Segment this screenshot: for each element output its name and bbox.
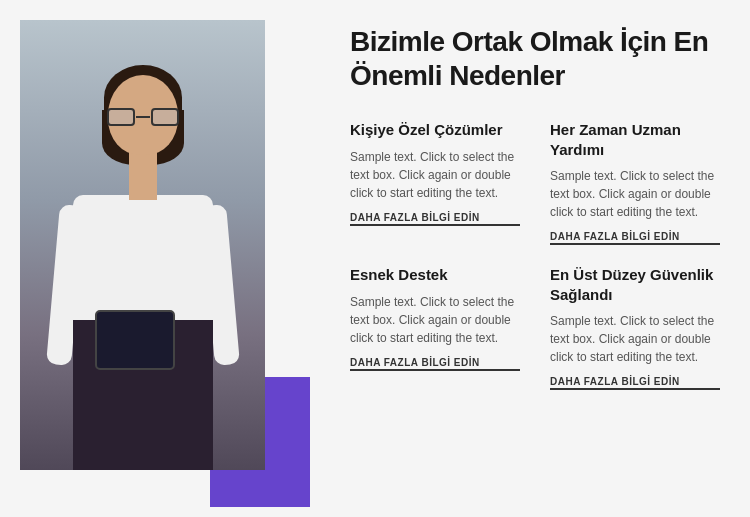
feature-item-3: Esnek Destek Sample text. Click to selec… [350, 265, 520, 390]
read-more-link-1[interactable]: DAHA FAZLA BİLGİ EDİN [350, 212, 520, 226]
page-wrapper: Bizimle Ortak Olmak İçin En Önemli Neden… [0, 0, 750, 517]
feature-text-3: Sample text. Click to select the text bo… [350, 293, 520, 347]
feature-text-4: Sample text. Click to select the text bo… [550, 312, 720, 366]
feature-title-2: Her Zaman Uzman Yardımı [550, 120, 720, 159]
read-more-link-2[interactable]: DAHA FAZLA BİLGİ EDİN [550, 231, 720, 245]
feature-text-2: Sample text. Click to select the text bo… [550, 167, 720, 221]
feature-title-4: En Üst Düzey Güvenlik Sağlandı [550, 265, 720, 304]
glasses [107, 108, 179, 126]
left-section [0, 0, 320, 517]
person-photo [20, 20, 265, 470]
glasses-left-lens [107, 108, 135, 126]
read-more-link-4[interactable]: DAHA FAZLA BİLGİ EDİN [550, 376, 720, 390]
feature-title-1: Kişiye Özel Çözümler [350, 120, 520, 140]
feature-item-2: Her Zaman Uzman Yardımı Sample text. Cli… [550, 120, 720, 245]
image-container [20, 20, 265, 470]
tablet-device [95, 310, 175, 370]
glasses-right-lens [151, 108, 179, 126]
glasses-bridge [136, 116, 150, 118]
feature-item-4: En Üst Düzey Güvenlik Sağlandı Sample te… [550, 265, 720, 390]
neck [129, 150, 157, 200]
features-grid: Kişiye Özel Çözümler Sample text. Click … [350, 120, 720, 390]
right-section: Bizimle Ortak Olmak İçin En Önemli Neden… [320, 0, 750, 517]
main-heading: Bizimle Ortak Olmak İçin En Önemli Neden… [350, 25, 720, 92]
feature-title-3: Esnek Destek [350, 265, 520, 285]
feature-item-1: Kişiye Özel Çözümler Sample text. Click … [350, 120, 520, 245]
feature-text-1: Sample text. Click to select the text bo… [350, 148, 520, 202]
read-more-link-3[interactable]: DAHA FAZLA BİLGİ EDİN [350, 357, 520, 371]
